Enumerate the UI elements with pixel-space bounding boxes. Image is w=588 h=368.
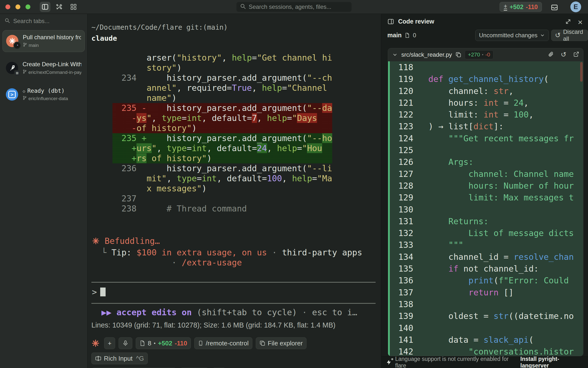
review-branch: main <box>387 32 402 39</box>
terminal-code-line: name") <box>91 93 332 103</box>
review-code-line: 137 return [] <box>390 287 583 298</box>
dictation-button[interactable] <box>119 337 132 349</box>
session-branch: eric/nextCommand-in-pay… <box>28 70 81 75</box>
lines-added: +502 <box>158 340 172 347</box>
review-code-line: 130 <box>390 204 583 215</box>
prompt-chevron: > <box>92 287 97 297</box>
permission-mode-line: ▶▶ accept edits on (shift+tab to cycle) … <box>91 307 357 317</box>
add-context-button[interactable]: + <box>104 337 115 349</box>
session-item-create-deep-link[interactable]: Create Deep-Link With … eric/nextCommand… <box>2 57 85 79</box>
diff-code-view[interactable]: 118 119 def get_channel_history( 120 cha… <box>388 61 583 356</box>
review-code-line: 139 oldest = str((datetime.no <box>390 310 583 322</box>
copy-files-icon <box>259 340 265 346</box>
changes-dropdown[interactable]: Uncommitted changes <box>475 30 549 41</box>
terminal-code-line: 237 <box>91 194 332 204</box>
copy-path-icon[interactable] <box>455 52 461 58</box>
discard-all-label: Discard all <box>563 28 584 42</box>
lines-removed: -110 <box>526 3 538 11</box>
review-code-line: 124 """Get recent messages fr <box>390 132 583 144</box>
text-cursor-icon <box>95 355 101 362</box>
install-langserver-link[interactable]: Install pyright-langserver <box>520 356 584 368</box>
diamond-icon: ◇ <box>23 88 25 94</box>
minimize-window-button[interactable] <box>15 4 20 9</box>
discard-all-button[interactable]: ↺ Discard all <box>551 30 588 41</box>
close-panel-icon[interactable]: × <box>578 18 583 26</box>
expand-panel-icon[interactable] <box>565 18 571 26</box>
file-icon <box>404 32 410 38</box>
open-external-icon[interactable] <box>573 51 579 58</box>
toggle-sidebar-button[interactable] <box>40 2 50 12</box>
terminal-pane[interactable]: ~/Documents/Code/flare git:(main) claude… <box>87 14 381 368</box>
terminal-command: claude <box>91 34 117 42</box>
text-cursor <box>100 288 106 296</box>
close-window-button[interactable] <box>5 4 10 9</box>
terminal-code-line: +rs of history") <box>91 153 332 163</box>
top-bar: ± +502 -110 E <box>0 0 588 14</box>
tools-button[interactable] <box>54 2 65 12</box>
file-diff-header[interactable]: src/slack_reader.py +270 • -0 ↺ <box>388 48 583 61</box>
global-search[interactable] <box>236 2 352 12</box>
terminal-code-line: 235 - history_parser.add_argument("--da <box>91 103 332 113</box>
zoom-window-button[interactable] <box>25 4 30 9</box>
phone-icon <box>198 340 203 346</box>
session-item-pull-channel-history[interactable]: ◔ Pull channel history fro… main <box>2 30 85 52</box>
apps-grid-button[interactable] <box>68 2 79 12</box>
input-divider-top <box>91 282 376 283</box>
chevron-down-icon[interactable] <box>392 52 398 58</box>
terminal-cwd: ~/Documents/Code/flare git:(main) <box>91 23 228 31</box>
code-review-panel: Code review × main 0 Uncommitted changes… <box>381 14 588 368</box>
changed-files-button[interactable]: 8 • +502 -110 <box>136 337 191 349</box>
attach-icon[interactable] <box>548 51 554 58</box>
window-controls <box>5 4 30 9</box>
terminal-prompt[interactable]: > <box>92 287 106 297</box>
terminal-code-line: +urs", type=int, default=24, help="Hou <box>91 143 332 153</box>
session-branch: eric/influencer-data <box>28 96 68 101</box>
session-title: Pull channel history fro… <box>23 34 81 41</box>
file-explorer-label: File explorer <box>268 340 303 347</box>
scrollbar-thumb[interactable] <box>580 62 583 82</box>
review-code-line: 118 <box>390 61 583 73</box>
review-code-line: 132 List of message dicts <box>390 227 583 239</box>
terminal-diff-output: arser("history", help="Get channel hi st… <box>91 53 332 214</box>
inbox-button[interactable] <box>550 3 559 12</box>
session-status-square-icon <box>14 70 20 76</box>
terminal-code-line: -of history") <box>91 123 332 133</box>
sidebar-panel-icon <box>41 3 49 11</box>
session-branch: main <box>29 43 39 48</box>
file-icon <box>139 340 145 346</box>
review-code-line: 138 <box>390 298 583 310</box>
review-code-line: 125 <box>390 144 583 156</box>
review-code-line: 133 """ <box>390 239 583 251</box>
avatar[interactable]: E <box>570 1 581 12</box>
plus-icon: + <box>108 340 111 347</box>
terminal-code-line: 234 history_parser.add_argument("--ch <box>91 73 332 83</box>
search-icon <box>4 18 10 25</box>
rich-input-toggle[interactable]: Rich Input ^G <box>91 353 148 364</box>
revert-file-icon[interactable]: ↺ <box>561 51 566 58</box>
tab-search[interactable] <box>0 14 87 28</box>
file-diff-card: src/slack_reader.py +270 • -0 ↺ 118 119 <box>388 48 583 356</box>
spinner-status-text: Befuddling… <box>105 236 160 246</box>
review-file-count: 0 <box>413 32 416 39</box>
file-explorer-button[interactable]: File explorer <box>256 337 306 349</box>
terminal-code-line: mit", type=int, default=100, help="Ma <box>91 173 332 184</box>
sidebar: ◔ Pull channel history fro… main Create … <box>0 14 87 368</box>
terminal-code-line: 235 + history_parser.add_argument("--ho <box>91 133 332 143</box>
session-item-ready-dbt[interactable]: > ◇Ready (dbt) eric/influencer-data <box>2 84 85 105</box>
rich-input-shortcut: ^G <box>136 355 144 362</box>
review-code-line: 121 hours: int = 24, <box>390 97 583 109</box>
undo-icon: ↺ <box>555 32 561 39</box>
review-code-line: 135 if not channel_id: <box>390 263 583 275</box>
session-status-clock-icon: ◔ <box>13 42 21 49</box>
chevron-down-icon <box>540 33 545 38</box>
session-title: Create Deep-Link With … <box>23 61 81 68</box>
tab-search-input[interactable] <box>13 18 89 25</box>
diff-stats-badge[interactable]: ± +502 -110 <box>500 2 542 12</box>
lines-removed: -110 <box>175 340 187 347</box>
lines-added: +502 <box>510 3 523 11</box>
remote-control-button[interactable]: /remote-control <box>194 337 252 349</box>
terminal-code-line: arser("history", help="Get channel hi <box>91 53 332 63</box>
dot-separator: • <box>154 341 156 346</box>
terminal-stats-line: Lines: 10349 (grid: 71, flat: 10278); Si… <box>91 321 335 329</box>
global-search-input[interactable] <box>249 3 348 10</box>
